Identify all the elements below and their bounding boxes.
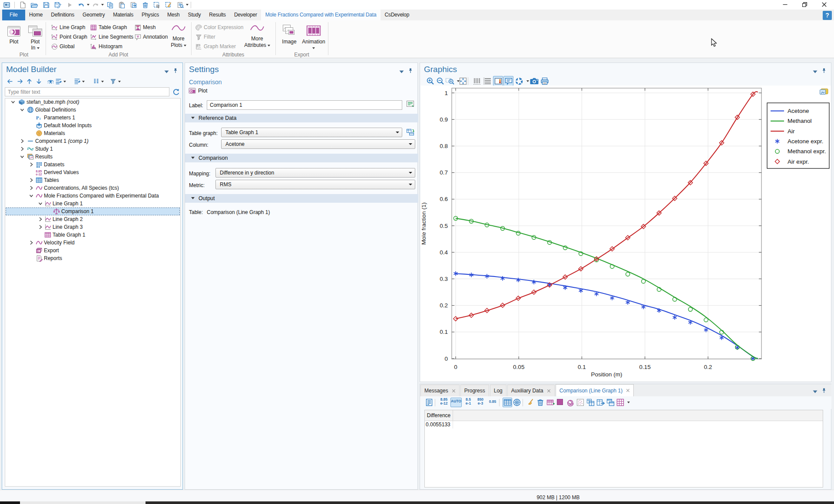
panel-menu-icon[interactable] <box>813 67 817 75</box>
histogram-button[interactable]: Histogram <box>90 42 122 51</box>
full-precision-button[interactable] <box>425 398 434 407</box>
pin-icon[interactable] <box>173 67 178 75</box>
ribbon-tab-developer[interactable]: Developer <box>230 10 261 20</box>
ribbon-tab-geometry[interactable]: Geometry <box>79 10 109 20</box>
pin-icon[interactable] <box>821 387 827 395</box>
more-plots-button[interactable]: MorePlots <box>167 22 190 49</box>
panel-menu-icon[interactable] <box>164 67 169 75</box>
tree-node-parameters-1[interactable]: PiParameters 1 <box>6 114 180 122</box>
tree-node-line-graph-2[interactable]: Line Graph 2 <box>6 215 180 223</box>
tree-node-tables[interactable]: Tables <box>6 176 180 184</box>
delete-table-button[interactable] <box>536 398 545 407</box>
y-axis-grid-button[interactable] <box>473 77 481 86</box>
section-output[interactable]: Output <box>185 194 418 203</box>
panel-menu-icon[interactable] <box>399 67 404 75</box>
tree-node-velocity-field[interactable]: Velocity Field <box>6 239 180 247</box>
panel-menu-icon[interactable] <box>813 387 817 395</box>
close-button[interactable] <box>814 0 834 10</box>
tree-node-mole-fractions-compared-with-experimental-data[interactable]: Mole Fractions Compared with Experimenta… <box>6 192 180 200</box>
collapse-all-button[interactable] <box>55 78 62 85</box>
point-graph-button[interactable]: Point Graph <box>51 33 87 41</box>
notation-sci-button[interactable]: 8.5e-1 <box>463 398 474 405</box>
ribbon-tab-physics[interactable]: Physics <box>138 10 163 20</box>
column-dropdown[interactable]: Acetone <box>221 139 415 149</box>
duplicate-button[interactable] <box>129 1 137 9</box>
close-tab-icon[interactable] <box>547 389 551 393</box>
table-graph-dropdown[interactable]: Table Graph 1 <box>221 128 402 137</box>
copy-button[interactable] <box>106 1 114 9</box>
tab-auxiliary-data[interactable]: Auxiliary Data <box>507 385 555 396</box>
preview-plot-button[interactable] <box>566 398 575 407</box>
zoom-extents-button[interactable] <box>459 77 467 86</box>
clear-table-button[interactable] <box>526 398 535 407</box>
plot-in-button[interactable]: Plot In <box>24 22 46 52</box>
print-button[interactable] <box>540 77 549 86</box>
ribbon-tab-csdevelop[interactable]: CsDevelop <box>381 10 414 20</box>
chevron-expanded-icon[interactable] <box>38 201 43 206</box>
notation-full-button[interactable]: 8.85e-12 <box>438 398 450 405</box>
chevron-collapsed-icon[interactable] <box>38 224 43 230</box>
go-back-button[interactable] <box>7 78 14 85</box>
select-cells-button[interactable] <box>576 398 585 407</box>
ribbon-tab-materials[interactable]: Materials <box>109 10 138 20</box>
global-button[interactable]: Global <box>51 42 75 51</box>
chevron-collapsed-icon[interactable] <box>20 138 25 144</box>
rename-button[interactable] <box>405 100 415 110</box>
clear-selection-button[interactable] <box>165 1 172 9</box>
line-graph-button[interactable]: Line Graph <box>51 23 85 32</box>
tree-node-line-graph-1[interactable]: Line Graph 1 <box>6 200 180 208</box>
notation-eng-button[interactable]: 850e-3 <box>475 398 486 405</box>
show-annotations-button[interactable] <box>503 76 513 86</box>
paste-button[interactable] <box>118 1 126 9</box>
tree-node-concentrations-all-species-tcs-[interactable]: Concentrations, All Species (tcs) <box>6 184 180 192</box>
tab-comparison-line-graph-1-[interactable]: Comparison (Line Graph 1) <box>556 384 634 396</box>
tree-node-table-graph-1[interactable]: Table Graph 1 <box>6 231 180 239</box>
chevron-expanded-icon[interactable] <box>20 107 25 112</box>
ribbon-tab-results[interactable]: Results <box>205 10 230 20</box>
new-file-button[interactable] <box>19 1 26 9</box>
ribbon-tab-file[interactable]: File <box>2 10 25 20</box>
delete-button[interactable] <box>141 1 149 9</box>
tree-node-export[interactable]: Export <box>6 247 180 254</box>
tree-node-line-graph-3[interactable]: Line Graph 3 <box>6 223 180 231</box>
save-button[interactable] <box>42 1 50 9</box>
tree-node-derived-values[interactable]: 8.85e-12Derived Values <box>6 168 180 176</box>
chevron-collapsed-icon[interactable] <box>20 146 25 152</box>
color-cell-button[interactable] <box>556 398 565 407</box>
zoom-in-button[interactable] <box>426 77 435 86</box>
chevron-collapsed-icon[interactable] <box>29 178 34 183</box>
show-button[interactable] <box>47 78 54 85</box>
table-settings-button[interactable] <box>616 398 625 407</box>
move-down-button[interactable] <box>35 78 43 85</box>
tree-node-results[interactable]: Results <box>6 153 180 161</box>
model-tree-node-button[interactable] <box>93 78 100 85</box>
preview-button[interactable] <box>176 1 184 9</box>
minimize-button[interactable] <box>775 0 795 10</box>
line-segments-button[interactable]: Line Segments <box>90 33 133 41</box>
undo-button[interactable] <box>77 1 85 9</box>
plot-update-button[interactable] <box>515 77 523 86</box>
color-legend-button[interactable] <box>493 76 503 86</box>
tree-node-study-1[interactable]: Study 1 <box>6 145 180 153</box>
plot-canvas[interactable]: 00.050.10.150.200.10.20.30.40.50.60.70.8… <box>420 86 831 382</box>
export-table-button[interactable] <box>596 398 605 407</box>
run-button[interactable] <box>66 1 73 9</box>
zoom-out-button[interactable] <box>436 77 445 86</box>
chevron-expanded-icon[interactable] <box>29 193 34 198</box>
chevron-expanded-icon[interactable] <box>20 154 25 159</box>
copy-table-button[interactable] <box>586 398 595 407</box>
ribbon-tab-study[interactable]: Study <box>184 10 205 20</box>
select-box-button[interactable] <box>153 1 161 9</box>
tree-node-materials[interactable]: Materials <box>6 129 180 137</box>
section-reference-data[interactable]: Reference Data <box>185 114 418 122</box>
expand-all-button[interactable] <box>73 78 81 85</box>
chevron-expanded-icon[interactable] <box>10 99 16 105</box>
tab-messages[interactable]: Messages <box>420 385 460 396</box>
move-up-button[interactable] <box>26 78 33 85</box>
annotation-button[interactable]: Annotation <box>134 33 168 41</box>
copy-selection-button[interactable] <box>606 398 615 407</box>
help-button[interactable]: ? <box>823 11 832 20</box>
animation-button[interactable]: Animation <box>301 22 326 52</box>
tree-node-global-definitions[interactable]: Global Definitions <box>6 106 180 114</box>
refresh-button[interactable] <box>172 88 180 96</box>
